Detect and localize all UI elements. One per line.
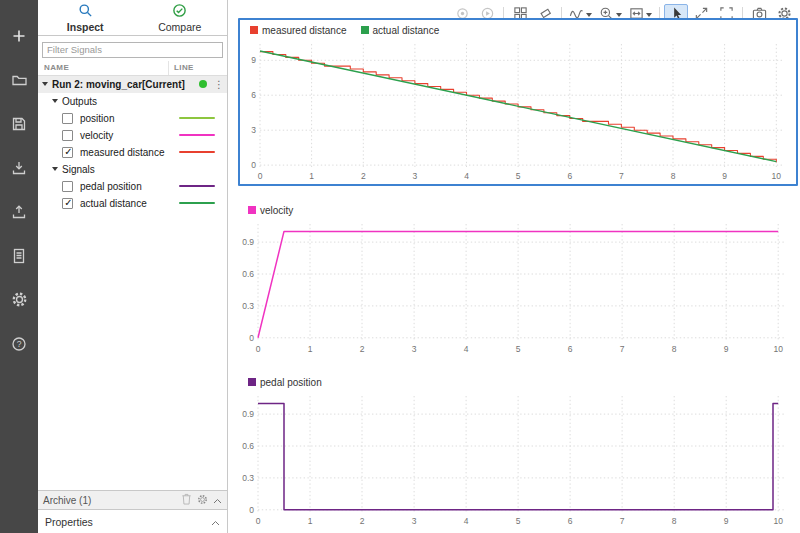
svg-text:7: 7 — [620, 344, 625, 354]
svg-text:6: 6 — [568, 516, 573, 526]
export-button[interactable] — [8, 202, 30, 224]
overflow-menu-icon[interactable]: ⋮ — [214, 79, 224, 90]
svg-text:5: 5 — [516, 516, 521, 526]
svg-text:0: 0 — [256, 516, 261, 526]
signal-label: position — [80, 113, 114, 124]
chart-canvas: 01234567891000.30.60.9 — [238, 392, 798, 529]
caret-down-icon — [586, 13, 592, 17]
line-color-swatch — [179, 117, 215, 119]
svg-text:0.9: 0.9 — [242, 409, 254, 419]
properties-bar[interactable]: Properties — [38, 509, 227, 533]
svg-text:6: 6 — [251, 90, 256, 100]
add-button[interactable] — [8, 26, 30, 48]
svg-text:1: 1 — [308, 516, 313, 526]
svg-text:6: 6 — [567, 171, 572, 181]
signal-row-actual-distance[interactable]: actual distance — [38, 195, 227, 212]
archive-settings-icon[interactable] — [197, 494, 208, 507]
svg-text:0.9: 0.9 — [242, 237, 254, 247]
report-button[interactable] — [8, 246, 30, 268]
preferences-button[interactable] — [8, 290, 30, 312]
svg-text:3: 3 — [413, 171, 418, 181]
open-button[interactable] — [8, 70, 30, 92]
signal-label: velocity — [80, 130, 113, 141]
signal-label: pedal position — [80, 181, 142, 192]
signal-row-position[interactable]: position — [38, 110, 227, 127]
svg-text:8: 8 — [672, 344, 677, 354]
group-row-signals[interactable]: Signals — [38, 161, 227, 178]
svg-text:2: 2 — [360, 344, 365, 354]
legend-swatch — [361, 26, 369, 34]
signal-checkbox[interactable] — [62, 113, 73, 124]
panel-tabs: Inspect Compare — [38, 0, 227, 36]
svg-text:0: 0 — [258, 171, 263, 181]
run-label: Run 2: moving_car[Current] — [52, 79, 185, 90]
legend: velocity — [238, 200, 798, 220]
tab-compare[interactable]: Compare — [133, 0, 228, 35]
import-button[interactable] — [8, 158, 30, 180]
svg-text:0: 0 — [249, 333, 254, 343]
floppy-icon — [11, 116, 27, 135]
legend-label: pedal position — [260, 377, 322, 388]
save-button[interactable] — [8, 114, 30, 136]
svg-text:5: 5 — [516, 171, 521, 181]
collapse-up-icon[interactable] — [211, 516, 220, 528]
svg-text:10: 10 — [773, 344, 783, 354]
status-dot — [199, 80, 207, 88]
signal-row-pedal-position[interactable]: pedal position — [38, 178, 227, 195]
plot-panel-pedal-position[interactable]: pedal position 01234567891000.30.60.9 — [238, 372, 798, 529]
plot-panel-velocity[interactable]: velocity 01234567891000.30.60.9 — [238, 200, 798, 357]
chevron-down-icon[interactable] — [52, 99, 58, 103]
group-row-outports[interactable]: Outputs — [38, 93, 227, 110]
caret-down-icon — [646, 13, 652, 17]
svg-text:7: 7 — [620, 516, 625, 526]
app-toolbar: ? — [0, 0, 38, 533]
legend-swatch — [250, 26, 258, 34]
signal-checkbox[interactable] — [62, 181, 73, 192]
tab-inspect[interactable]: Inspect — [38, 0, 133, 35]
svg-text:9: 9 — [722, 171, 727, 181]
svg-text:0.6: 0.6 — [242, 269, 254, 279]
signal-tree: Run 2: moving_car[Current] ⋮ Outputs pos… — [38, 76, 227, 491]
chart-canvas: 0123456789100369 — [240, 40, 796, 184]
trash-icon[interactable] — [181, 493, 192, 507]
run-row[interactable]: Run 2: moving_car[Current] ⋮ — [38, 76, 227, 93]
archive-bar[interactable]: Archive (1) — [38, 490, 227, 509]
collapse-up-icon[interactable] — [213, 495, 222, 506]
help-button[interactable]: ? — [8, 334, 30, 356]
chevron-down-icon[interactable] — [52, 167, 58, 171]
svg-text:4: 4 — [464, 171, 469, 181]
svg-text:3: 3 — [412, 344, 417, 354]
legend-item: velocity — [248, 205, 293, 216]
signal-checkbox[interactable] — [62, 130, 73, 141]
signal-checkbox[interactable] — [62, 147, 73, 158]
column-line: LINE — [174, 63, 194, 72]
plot-panel-distance[interactable]: measured distance actual distance 012345… — [238, 18, 798, 186]
signal-checkbox[interactable] — [62, 198, 73, 209]
filter-signals-input[interactable] — [42, 42, 223, 58]
group-label: Signals — [62, 164, 95, 175]
folder-icon — [11, 72, 28, 91]
caret-down-icon — [616, 13, 622, 17]
svg-text:3: 3 — [251, 125, 256, 135]
import-icon — [11, 160, 27, 179]
line-color-swatch — [179, 185, 215, 187]
svg-text:4: 4 — [464, 516, 469, 526]
legend-item: pedal position — [248, 377, 322, 388]
svg-text:3: 3 — [412, 516, 417, 526]
svg-text:10: 10 — [772, 171, 782, 181]
svg-text:10: 10 — [773, 516, 783, 526]
archive-label: Archive (1) — [43, 495, 91, 506]
svg-text:0: 0 — [256, 344, 261, 354]
svg-text:7: 7 — [619, 171, 624, 181]
svg-text:8: 8 — [672, 516, 677, 526]
legend-item: measured distance — [250, 25, 347, 36]
line-color-swatch — [179, 151, 215, 153]
line-color-swatch — [179, 134, 215, 136]
chevron-down-icon[interactable] — [42, 82, 48, 86]
svg-text:2: 2 — [360, 516, 365, 526]
signal-row-velocity[interactable]: velocity — [38, 127, 227, 144]
svg-text:9: 9 — [724, 516, 729, 526]
signal-row-measured-distance[interactable]: measured distance — [38, 144, 227, 161]
legend-label: velocity — [260, 205, 293, 216]
svg-text:1: 1 — [308, 344, 313, 354]
